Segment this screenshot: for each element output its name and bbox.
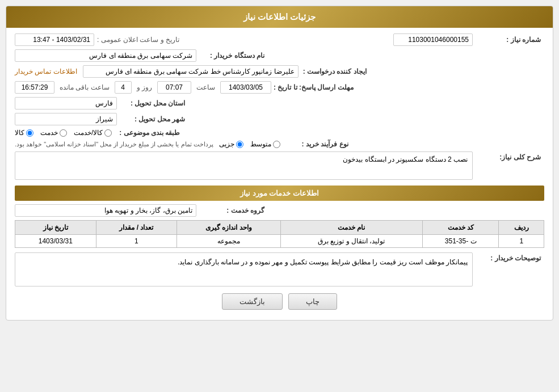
reply-remaining-label: ساعت باقی مانده — [60, 83, 110, 91]
radio-medium-input[interactable] — [273, 141, 280, 148]
buttons-row: چاپ بازگشت — [15, 293, 544, 310]
services-table: ردیف کد خدمت نام خدمت واحد اندازه گیری ت… — [15, 220, 544, 248]
table-row: 1 ت -35-351 تولید، انتقال و توزیع برق مج… — [15, 235, 544, 248]
cell-name: تولید، انتقال و توزیع برق — [280, 235, 422, 248]
card-header: جزئیات اطلاعات نیاز — [6, 6, 553, 28]
category-row: طبقه بندی موضوعی : کالا/خدمت خدمت کالا — [15, 129, 544, 137]
reply-time: 07:07 — [157, 81, 191, 94]
radio-partial-label: جزیی — [219, 140, 234, 148]
province-row: استان محل تحویل : فارس — [15, 97, 544, 109]
back-button[interactable]: بازگشت — [222, 293, 283, 310]
process-radio-group: متوسط جزیی — [219, 140, 280, 148]
page-wrapper: جزئیات اطلاعات نیاز شماره نیاز : 1103001… — [0, 0, 559, 392]
radio-goods-input[interactable] — [26, 129, 33, 137]
cell-date: 1403/03/31 — [15, 235, 96, 248]
buyer-notes-row: توصیحات خریدار : پیمانکار موظف است ریز ق… — [15, 252, 544, 286]
reply-date: 1403/03/05 — [220, 81, 271, 94]
radio-medium-label: متوسط — [250, 140, 271, 148]
creator-value: علیرضا زمانپور کارشناس خط شرکت سهامی برق… — [83, 65, 299, 78]
public-announce-label: تاریخ و ساعت اعلان عمومی : — [97, 36, 179, 44]
contact-link[interactable]: اطلاعات تماس خریدار — [15, 68, 77, 75]
process-type-row: نوع فرآیند خرید : متوسط جزیی پرداخت تمام… — [15, 140, 544, 148]
services-section-header: اطلاعات خدمات مورد نیاز — [15, 186, 544, 201]
category-radio-goods-service: کالا/خدمت — [74, 129, 112, 137]
city-label: شهر محل تحویل : — [117, 115, 185, 123]
cell-unit: مجموعه — [177, 235, 281, 248]
page-title: جزئیات اطلاعات نیاز — [243, 12, 316, 22]
col-date: تاریخ نیاز — [15, 221, 96, 235]
reply-deadline-row: مهلت ارسال پاسخ: تا تاریخ : 1403/03/05 س… — [15, 81, 544, 94]
need-desc-label: شرح کلی نیاز: — [473, 151, 541, 161]
radio-partial-input[interactable] — [236, 141, 243, 148]
cell-row: 1 — [499, 235, 544, 248]
col-code: کد خدمت — [422, 221, 499, 235]
process-note: پرداخت تمام یا بخشی از مبلغ خریدار از مح… — [15, 141, 213, 148]
category-radio-goods: کالا — [15, 129, 33, 137]
print-button[interactable]: چاپ — [288, 293, 337, 310]
reply-deadline-label: مهلت ارسال پاسخ: تا تاریخ : — [274, 83, 354, 91]
cell-code: ت -35-351 — [422, 235, 499, 248]
radio-service-label: خدمت — [40, 129, 58, 137]
buyer-notes-label: توصیحات خریدار : — [473, 252, 541, 262]
city-row: شهر محل تحویل : شیراز — [15, 113, 544, 125]
reply-remaining: 16:57:29 — [15, 81, 54, 94]
reply-days: 4 — [115, 81, 132, 94]
card-body: شماره نیاز : 1103001046000155 تاریخ و سا… — [6, 28, 553, 320]
province-value: فارس — [15, 97, 117, 109]
buyer-name-label: نام دستگاه خریدار : — [196, 52, 264, 60]
services-section-label: اطلاعات خدمات مورد نیاز — [240, 189, 319, 197]
reply-time-label: ساعت — [196, 83, 215, 91]
buyer-name-value: شرکت سهامی برق منطقه ای فارس — [15, 49, 196, 62]
main-card: جزئیات اطلاعات نیاز شماره نیاز : 1103001… — [6, 6, 553, 321]
radio-service-input[interactable] — [60, 129, 67, 137]
city-value: شیراز — [15, 113, 117, 125]
need-number-row: شماره نیاز : 1103001046000155 تاریخ و سا… — [15, 33, 544, 46]
process-radio-partial: جزیی — [219, 140, 243, 148]
province-label: استان محل تحویل : — [117, 99, 185, 107]
radio-goods-service-label: کالا/خدمت — [74, 129, 103, 137]
col-name: نام خدمت — [280, 221, 422, 235]
category-label: طبقه بندی موضوعی : — [112, 129, 180, 137]
service-group-value: تامین برق، گاز، بخار و تهویه هوا — [15, 204, 196, 217]
col-qty: تعداد / مقدار — [96, 221, 176, 235]
creator-label: ایجاد کننده درخواست : — [299, 68, 367, 75]
service-group-row: گروه خدمت : تامین برق، گاز، بخار و تهویه… — [15, 204, 544, 217]
creator-row: ایجاد کننده درخواست : علیرضا زمانپور کار… — [15, 65, 544, 78]
need-desc-row: شرح کلی نیاز: نصب 2 دستگاه سکسیونر در اب… — [15, 151, 544, 180]
cell-qty: 1 — [96, 235, 176, 248]
col-unit: واحد اندازه گیری — [177, 221, 281, 235]
table-header-row: ردیف کد خدمت نام خدمت واحد اندازه گیری ت… — [15, 221, 544, 235]
buyer-name-row: نام دستگاه خریدار : شرکت سهامی برق منطقه… — [15, 49, 544, 62]
need-number-value: 1103001046000155 — [393, 33, 473, 46]
need-number-label: شماره نیاز : — [473, 36, 541, 44]
category-radio-service: خدمت — [40, 129, 67, 137]
need-desc-box: نصب 2 دستگاه سکسیونر در ابستگاه بیدخون — [15, 151, 473, 180]
process-type-label: نوع فرآیند خرید : — [280, 140, 348, 148]
service-group-label: گروه خدمت : — [196, 206, 264, 214]
process-radio-medium: متوسط — [250, 140, 280, 148]
need-desc-value: نصب 2 دستگاه سکسیونر در ابستگاه بیدخون — [343, 155, 468, 163]
radio-goods-label: کالا — [15, 129, 24, 137]
reply-days-label: روز و — [137, 83, 152, 91]
category-radio-group: کالا/خدمت خدمت کالا — [15, 129, 112, 137]
public-announce-value: 1403/02/31 - 13:47 — [15, 33, 94, 46]
col-row: ردیف — [499, 221, 544, 235]
buyer-notes-value: پیمانکار موظف است ریز قیمت را مطابق شرای… — [178, 258, 468, 266]
radio-goods-service-input[interactable] — [104, 129, 112, 137]
buyer-notes-box: پیمانکار موظف است ریز قیمت را مطابق شرای… — [15, 252, 473, 286]
